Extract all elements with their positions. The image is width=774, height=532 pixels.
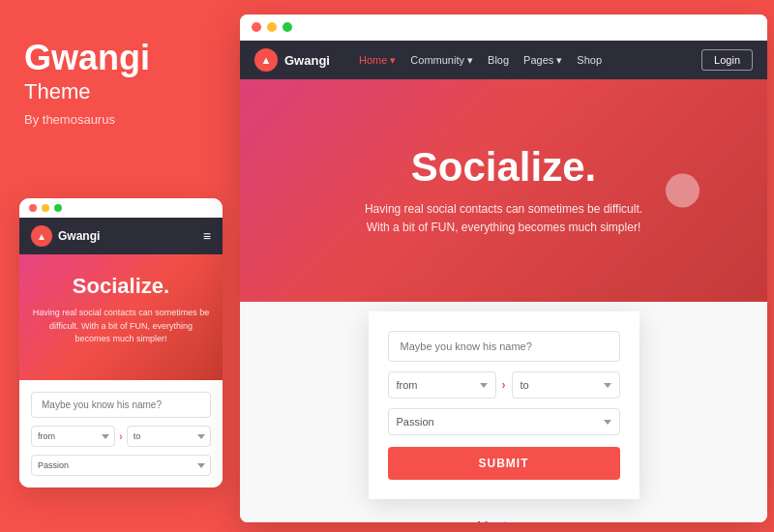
mobile-nav-brand: Gwangi: [58, 229, 100, 243]
nav-link-pages[interactable]: Pages ▾: [523, 54, 562, 67]
desktop-dot-yellow: [267, 22, 277, 32]
mobile-top-bar: [19, 198, 223, 218]
hero-title: Socialize.: [365, 144, 642, 191]
login-button[interactable]: Login: [701, 49, 753, 71]
mobile-dot-green: [54, 204, 62, 212]
mobile-to-select[interactable]: to: [127, 426, 211, 447]
age-range-row: from › to: [388, 371, 620, 399]
nav-link-home[interactable]: Home ▾: [359, 54, 396, 67]
mobile-from-select[interactable]: from: [31, 426, 115, 447]
mobile-name-input[interactable]: [31, 392, 211, 418]
desktop-logo-icon: ▲: [254, 48, 278, 72]
hero-circle-decoration: [666, 174, 700, 208]
hero-subtitle: Having real social contacts can sometime…: [365, 200, 642, 237]
mobile-mockup: ▲ Gwangi ≡ Socialize. Having real social…: [19, 198, 223, 488]
mobile-hero: Socialize. Having real social contacts c…: [19, 254, 223, 380]
brand-title: Gwangi: [24, 39, 203, 77]
desktop-mockup: ▲ Gwangi Home ▾ Community ▾ Blog Pages ▾…: [240, 15, 767, 522]
desktop-dot-green: [283, 22, 292, 32]
mobile-hero-title: Socialize.: [31, 274, 211, 299]
name-input[interactable]: [388, 331, 620, 362]
passion-select[interactable]: Passion: [388, 408, 620, 435]
mobile-nav-logo: ▲ Gwangi: [31, 225, 100, 247]
mobile-arrow-icon: ›: [119, 431, 122, 442]
mobile-dot-yellow: [42, 204, 49, 212]
desktop-hero: Socialize. Having real social contacts c…: [240, 79, 767, 302]
hero-content: Socialize. Having real social contacts c…: [365, 144, 642, 237]
desktop-dot-red: [252, 22, 261, 32]
nav-link-shop[interactable]: Shop: [577, 54, 602, 66]
desktop-nav-brand: Gwangi: [284, 53, 330, 68]
search-form-card: from › to Passion SUBMIT: [369, 311, 640, 499]
mobile-dot-red: [29, 204, 37, 212]
left-panel: Gwangi Theme By themosaurus ▲ Gwangi ≡ S…: [0, 0, 227, 532]
desktop-top-bar: [240, 15, 767, 41]
hamburger-icon[interactable]: ≡: [203, 228, 211, 244]
brand-subtitle: Theme: [24, 79, 203, 104]
members-title: Meet our: [254, 518, 753, 522]
mobile-logo-icon: ▲: [31, 225, 52, 247]
mobile-form-section: from › to Passion: [19, 380, 223, 488]
mobile-passion-select[interactable]: Passion: [31, 455, 211, 476]
mobile-nav: ▲ Gwangi ≡: [19, 218, 223, 254]
mobile-age-row: from › to: [31, 426, 211, 447]
submit-button[interactable]: SUBMIT: [388, 447, 620, 480]
mobile-hero-subtitle: Having real social contacts can sometime…: [31, 307, 211, 346]
members-section: Meet our Active Members: [240, 499, 767, 522]
nav-link-blog[interactable]: Blog: [488, 54, 509, 66]
desktop-nav-logo: ▲ Gwangi: [254, 48, 330, 72]
to-age-select[interactable]: to: [512, 371, 620, 399]
nav-link-community[interactable]: Community ▾: [410, 54, 473, 67]
brand-by: By themosaurus: [24, 112, 203, 127]
from-age-select[interactable]: from: [388, 371, 496, 399]
arrow-icon: ›: [502, 378, 506, 392]
desktop-nav: ▲ Gwangi Home ▾ Community ▾ Blog Pages ▾…: [240, 41, 767, 79]
desktop-nav-links: Home ▾ Community ▾ Blog Pages ▾ Shop: [359, 54, 701, 67]
